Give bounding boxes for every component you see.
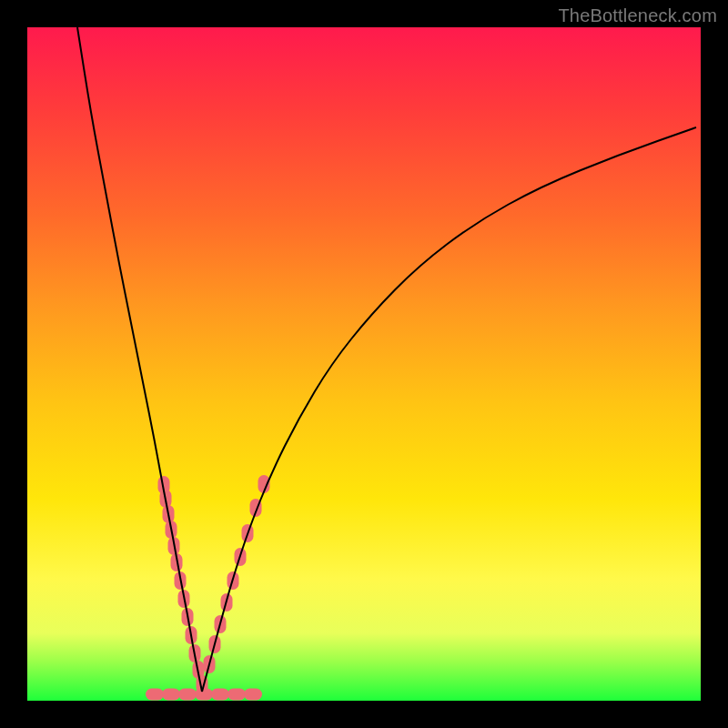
marker-point	[244, 689, 262, 701]
marker-point	[162, 689, 180, 701]
plot-area	[27, 27, 701, 701]
marker-point	[211, 689, 229, 701]
right-curve	[202, 127, 696, 692]
marker-point	[178, 689, 197, 701]
watermark-text: TheBottleneck.com	[558, 5, 717, 26]
marker-point	[228, 689, 246, 701]
markers-group	[146, 475, 270, 701]
marker-point	[146, 689, 164, 701]
marker-point	[195, 689, 213, 701]
chart-svg	[27, 27, 701, 701]
left-curve	[77, 27, 202, 692]
chart-frame: TheBottleneck.com	[0, 0, 728, 728]
